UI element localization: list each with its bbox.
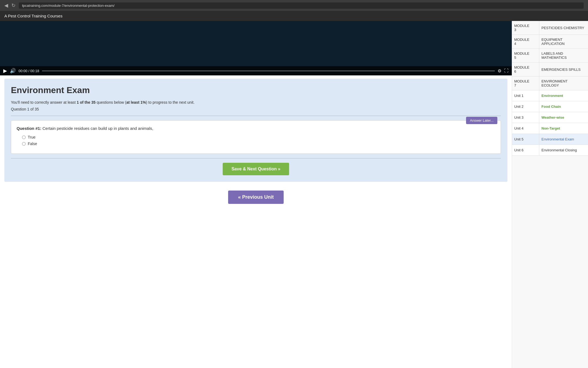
module-5-name: LABELS AND MATHEMATICS bbox=[539, 49, 588, 62]
content-area: ▶ 🔊 00:00 / 00:18 ⚙ ⛶ Environment Exam Y… bbox=[0, 21, 512, 368]
answer-true-radio[interactable] bbox=[22, 136, 26, 139]
module-4-name: EQUIPMENT APPLICATION bbox=[539, 35, 588, 48]
back-button[interactable]: ◀ bbox=[4, 2, 8, 8]
sidebar-module-4: MODULE4 EQUIPMENT APPLICATION bbox=[512, 35, 588, 49]
sidebar-unit-1[interactable]: Unit 1 Environment bbox=[512, 90, 588, 101]
play-button[interactable]: ▶ bbox=[3, 68, 7, 74]
question-box: Answer Later... Question #1: Certain pes… bbox=[11, 120, 501, 154]
sidebar-module-5: MODULE5 LABELS AND MATHEMATICS bbox=[512, 49, 588, 63]
unit-1-num: Unit 1 bbox=[512, 90, 539, 101]
site-title: A Pest Control Training Courses bbox=[4, 14, 62, 18]
quiz-area: Environment Exam You'll need to correctl… bbox=[4, 79, 507, 182]
sidebar-module-3: MODULE3 PESTICIDES CHEMISTRY bbox=[512, 21, 588, 35]
unit-4-name: Non-Target bbox=[539, 123, 588, 134]
video-progress-bar[interactable] bbox=[42, 70, 495, 71]
module-7-name: ENVIRONMENT ECOLOGY bbox=[539, 76, 588, 90]
prev-unit-button[interactable]: « Previous Unit bbox=[228, 191, 283, 204]
reload-button[interactable]: ↻ bbox=[11, 2, 16, 8]
sidebar-unit-5[interactable]: Unit 5 Environmental Exam bbox=[512, 134, 588, 145]
unit-5-num: Unit 5 bbox=[512, 134, 539, 145]
video-player: ▶ 🔊 00:00 / 00:18 ⚙ ⛶ bbox=[0, 21, 512, 75]
unit-5-name: Environmental Exam bbox=[539, 134, 588, 145]
unit-1-name: Environment bbox=[539, 90, 588, 101]
answer-true-option[interactable]: True bbox=[22, 135, 495, 139]
site-header: A Pest Control Training Courses bbox=[0, 11, 588, 21]
quiz-divider bbox=[11, 116, 501, 116]
unit-3-name: Weather-wise bbox=[539, 112, 588, 123]
sidebar: MODULE3 PESTICIDES CHEMISTRY MODULE4 EQU… bbox=[512, 21, 588, 368]
video-time: 00:00 / 00:18 bbox=[19, 69, 39, 73]
module-5-num: MODULE5 bbox=[512, 49, 539, 62]
unit-2-name: Food Chain bbox=[539, 101, 588, 112]
quiz-divider2 bbox=[11, 158, 501, 158]
save-next-button[interactable]: Save & Next Question » bbox=[223, 163, 289, 175]
browser-bar: ◀ ↻ tpcatraining.com/module-7/environmen… bbox=[0, 0, 588, 11]
question-text: Question #1: Certain pesticide residues … bbox=[17, 126, 495, 131]
unit-6-num: Unit 6 bbox=[512, 145, 539, 155]
video-fullscreen-button[interactable]: ⛶ bbox=[504, 68, 509, 73]
answer-false-label: False bbox=[28, 142, 37, 146]
quiz-title: Environment Exam bbox=[11, 85, 501, 95]
volume-button[interactable]: 🔊 bbox=[10, 68, 16, 74]
url-bar: tpcatraining.com/module-7/environmental-… bbox=[19, 2, 584, 9]
sidebar-unit-4[interactable]: Unit 4 Non-Target bbox=[512, 123, 588, 134]
answer-false-radio[interactable] bbox=[22, 142, 26, 146]
answer-later-button[interactable]: Answer Later... bbox=[466, 117, 497, 124]
module-7-num: MODULE7 bbox=[512, 76, 539, 90]
prev-unit-area: « Previous Unit bbox=[0, 185, 512, 209]
module-6-num: MODULE6 bbox=[512, 63, 539, 76]
video-settings-button[interactable]: ⚙ bbox=[498, 68, 501, 73]
quiz-instructions: You'll need to correctly answer at least… bbox=[11, 100, 501, 105]
video-controls: ▶ 🔊 00:00 / 00:18 ⚙ ⛶ bbox=[0, 66, 512, 75]
quiz-progress: Question 1 of 35 bbox=[11, 107, 501, 111]
unit-6-name: Environmental Closing bbox=[539, 145, 588, 155]
unit-3-num: Unit 3 bbox=[512, 112, 539, 123]
answer-options: True False bbox=[17, 135, 495, 146]
answer-false-option[interactable]: False bbox=[22, 142, 495, 146]
main-layout: ▶ 🔊 00:00 / 00:18 ⚙ ⛶ Environment Exam Y… bbox=[0, 21, 588, 368]
module-3-name: PESTICIDES CHEMISTRY bbox=[539, 21, 588, 35]
sidebar-unit-2[interactable]: Unit 2 Food Chain bbox=[512, 101, 588, 112]
unit-2-num: Unit 2 bbox=[512, 101, 539, 112]
sidebar-module-7: MODULE7 ENVIRONMENT ECOLOGY bbox=[512, 76, 588, 90]
unit-4-num: Unit 4 bbox=[512, 123, 539, 134]
module-6-name: EMERGENCIES SPILLS bbox=[539, 63, 588, 76]
answer-true-label: True bbox=[28, 135, 35, 139]
sidebar-module-6: MODULE6 EMERGENCIES SPILLS bbox=[512, 63, 588, 76]
module-4-num: MODULE4 bbox=[512, 35, 539, 48]
sidebar-unit-6[interactable]: Unit 6 Environmental Closing bbox=[512, 145, 588, 156]
module-3-num: MODULE3 bbox=[512, 21, 539, 35]
sidebar-unit-3[interactable]: Unit 3 Weather-wise bbox=[512, 112, 588, 123]
